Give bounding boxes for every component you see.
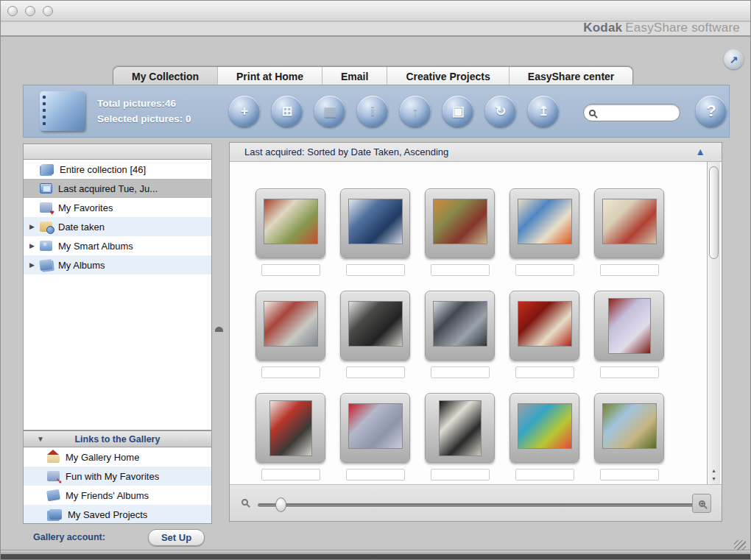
- scrollbar-thumb[interactable]: [709, 166, 719, 259]
- search-field[interactable]: [583, 104, 680, 121]
- photo-thumbnail-1[interactable]: [255, 188, 325, 258]
- upload-pictures-icon: ↥: [537, 103, 549, 119]
- photo-thumbnail-7[interactable]: [340, 291, 410, 361]
- collection-icon: [41, 164, 54, 174]
- photo-caption-field[interactable]: [431, 264, 490, 276]
- photo-caption-field[interactable]: [346, 469, 405, 481]
- gallery-link-fun-with-my-favorites[interactable]: Fun with My Favorites: [24, 467, 211, 486]
- edit-date-button[interactable]: ▦: [314, 96, 345, 127]
- photo-caption-field[interactable]: [346, 264, 405, 276]
- window-titlebar: [1, 1, 750, 21]
- gallery-links-header[interactable]: ▼ Links to the Gallery: [23, 430, 212, 447]
- photo-thumbnail-15[interactable]: [594, 393, 664, 463]
- photo-caption-field[interactable]: [515, 366, 574, 378]
- gallery-link-my-saved-projects[interactable]: My Saved Projects: [24, 505, 211, 524]
- resize-grip[interactable]: [734, 540, 746, 550]
- close-button[interactable]: [7, 6, 18, 16]
- photo-thumbnail-9[interactable]: [510, 291, 579, 361]
- collapse-triangle-icon[interactable]: ▼: [37, 435, 44, 443]
- brand-kodak: Kodak: [583, 21, 622, 35]
- export-pictures-button[interactable]: ↑: [400, 96, 431, 127]
- share-icon: ↗: [730, 54, 738, 65]
- photo-caption-field[interactable]: [431, 469, 490, 481]
- photo-thumbnail-2[interactable]: [340, 188, 410, 258]
- expand-arrow-icon[interactable]: ▶: [29, 223, 40, 230]
- photo-caption-field[interactable]: [600, 469, 659, 481]
- gallery-link-my-friends-albums[interactable]: My Friends' Albums: [24, 486, 211, 505]
- slideshow-button[interactable]: ▣: [443, 96, 473, 127]
- scroll-up-arrow[interactable]: ▴: [708, 467, 720, 475]
- photo-thumbnail-10[interactable]: [594, 291, 664, 361]
- item-label: Date taken: [58, 221, 105, 233]
- sidebar-item-last-acquired-tue-ju[interactable]: Last acquired Tue, Ju...: [24, 179, 211, 198]
- picture-info-button[interactable]: i: [357, 96, 388, 127]
- zoom-button[interactable]: [43, 6, 53, 16]
- help-button[interactable]: ?: [696, 96, 727, 127]
- zoom-bar: [230, 484, 722, 521]
- upload-pictures-button[interactable]: ↥: [528, 96, 559, 127]
- window-controls: [7, 6, 53, 16]
- item-label: Fun with My Favorites: [66, 471, 159, 482]
- sidebar-item-date-taken[interactable]: ▶Date taken: [24, 217, 211, 236]
- expand-arrow-icon[interactable]: ▶: [29, 261, 40, 269]
- photo-caption-field[interactable]: [261, 469, 320, 481]
- photo-thumbnail-13[interactable]: [425, 393, 495, 463]
- scroll-down-arrow[interactable]: ▾: [708, 475, 720, 483]
- thumbnail-cell: [340, 188, 410, 276]
- photo-thumbnail-5[interactable]: [594, 188, 664, 258]
- sidebar-item-my-favorites[interactable]: My Favorites: [24, 198, 211, 217]
- rotate-picture-button[interactable]: ↻: [485, 96, 516, 127]
- photo-image: [602, 199, 657, 244]
- photo-caption-field[interactable]: [346, 366, 405, 378]
- tab-easyshare-center[interactable]: EasyShare center: [509, 67, 633, 85]
- tab-my-collection[interactable]: My Collection: [113, 67, 217, 85]
- photo-caption-field[interactable]: [515, 469, 574, 481]
- sidebar-item-entire-collection-46[interactable]: Entire collection [46]: [24, 160, 211, 179]
- photo-caption-field[interactable]: [261, 366, 320, 378]
- photo-thumbnail-3[interactable]: [425, 188, 495, 258]
- zoom-in-button[interactable]: [692, 494, 711, 513]
- thumbnail-cell: [340, 393, 410, 481]
- vertical-scrollbar[interactable]: ▴ ▾: [707, 162, 720, 486]
- tab-print-at-home[interactable]: Print at Home: [217, 67, 322, 85]
- photo-caption-field[interactable]: [600, 366, 659, 378]
- tab-creative-projects[interactable]: Creative Projects: [387, 67, 508, 85]
- photo-thumbnail-4[interactable]: [510, 188, 579, 258]
- sort-direction-icon[interactable]: ▲: [695, 146, 705, 157]
- slider-thumb[interactable]: [275, 497, 286, 512]
- photo-thumbnail-8[interactable]: [425, 291, 495, 361]
- sidebar-item-my-albums[interactable]: ▶My Albums: [24, 255, 211, 274]
- photo-thumbnail-11[interactable]: [255, 393, 325, 463]
- photo-caption-field[interactable]: [431, 366, 490, 378]
- new-album-button[interactable]: ⊞: [272, 96, 303, 127]
- thumbnail-cell: [255, 188, 325, 276]
- magnifier-plus-icon: [699, 500, 705, 507]
- search-input[interactable]: [596, 106, 669, 119]
- panel-collapse-handle[interactable]: [215, 327, 223, 332]
- collection-book-icon: [40, 91, 85, 131]
- gallery-link-my-gallery-home[interactable]: My Gallery Home: [24, 447, 211, 467]
- photo-thumbnail-14[interactable]: [510, 393, 579, 463]
- photo-thumbnail-12[interactable]: [340, 393, 410, 463]
- thumbnail-cell: [255, 393, 325, 481]
- thumbnail-cell: [510, 188, 579, 276]
- minimize-button[interactable]: [25, 6, 35, 16]
- item-label: My Gallery Home: [66, 452, 139, 463]
- setup-button[interactable]: Set Up: [148, 529, 205, 546]
- photo-caption-field[interactable]: [261, 264, 320, 276]
- photo-thumbnail-6[interactable]: [255, 291, 325, 361]
- item-label: Last acquired Tue, Ju...: [58, 183, 158, 194]
- photo-caption-field[interactable]: [600, 264, 659, 276]
- thumbnail-cell: [510, 291, 579, 378]
- tab-email[interactable]: Email: [322, 67, 387, 85]
- quick-share-button[interactable]: ↗: [724, 49, 744, 69]
- sidebar-item-my-smart-albums[interactable]: ▶My Smart Albums: [24, 236, 211, 255]
- total-pictures-value: 46: [165, 98, 176, 109]
- expand-arrow-icon[interactable]: ▶: [29, 242, 40, 249]
- zoom-out-icon[interactable]: [241, 499, 248, 506]
- new-album-icon: ⊞: [281, 103, 292, 119]
- add-pictures-button[interactable]: +: [229, 96, 260, 127]
- item-label: My Albums: [58, 260, 105, 271]
- photo-caption-field[interactable]: [515, 264, 574, 276]
- thumbnail-size-slider[interactable]: [258, 503, 694, 507]
